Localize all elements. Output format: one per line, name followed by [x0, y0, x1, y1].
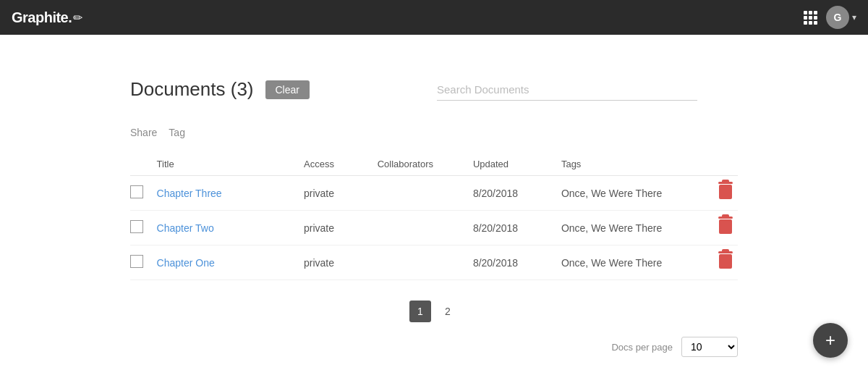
- document-link[interactable]: Chapter Three: [157, 188, 222, 199]
- row-updated-cell: 8/20/2018: [473, 176, 561, 211]
- page-1-button[interactable]: 1: [409, 301, 431, 322]
- pencil-icon: ✏: [73, 11, 82, 25]
- logo: Graphite. ✏: [12, 9, 82, 26]
- search-input[interactable]: [437, 79, 697, 101]
- grid-dot: [804, 16, 807, 20]
- row-title-cell: Chapter Two: [157, 211, 304, 245]
- row-tags-cell: Once, We Were There: [561, 211, 708, 245]
- grid-dot: [814, 11, 817, 14]
- grid-dot: [809, 11, 812, 14]
- col-header-checkbox: [130, 153, 157, 176]
- row-access-cell: private: [304, 176, 378, 211]
- trash-icon: [719, 254, 732, 269]
- grid-apps-icon[interactable]: [804, 11, 817, 25]
- search-container: [437, 79, 738, 101]
- row-title-cell: Chapter One: [157, 245, 304, 280]
- row-delete-cell: [708, 245, 738, 280]
- tag-button[interactable]: Tag: [169, 124, 185, 141]
- pagination: 1 2: [130, 301, 738, 322]
- row-collaborators-cell: [378, 245, 473, 280]
- row-checkbox-cell: [130, 211, 157, 245]
- row-collaborators-cell: [378, 176, 473, 211]
- row-updated-cell: 8/20/2018: [473, 211, 561, 245]
- docs-per-page-row: Docs per page 10 25 50 100: [130, 337, 738, 357]
- docs-per-page-label: Docs per page: [611, 342, 673, 353]
- table-row: Chapter One private 8/20/2018 Once, We W…: [130, 245, 738, 280]
- avatar: G: [826, 6, 849, 29]
- grid-dot: [814, 21, 817, 25]
- row-checkbox[interactable]: [130, 185, 143, 198]
- table-row: Chapter Two private 8/20/2018 Once, We W…: [130, 211, 738, 245]
- page-2-button[interactable]: 2: [437, 301, 459, 322]
- row-tags-cell: Once, We Were There: [561, 176, 708, 211]
- row-title-cell: Chapter Three: [157, 176, 304, 211]
- delete-document-button[interactable]: [719, 254, 732, 271]
- create-document-button[interactable]: +: [813, 323, 848, 358]
- title-row: Documents (3) Clear: [130, 78, 738, 101]
- grid-dot: [804, 21, 807, 25]
- docs-per-page-select[interactable]: 10 25 50 100: [681, 337, 738, 357]
- col-header-tags: Tags: [561, 153, 708, 176]
- table-row: Chapter Three private 8/20/2018 Once, We…: [130, 176, 738, 211]
- row-checkbox[interactable]: [130, 255, 143, 268]
- toolbar: Share Tag: [130, 124, 738, 141]
- documents-table: Title Access Collaborators Updated Tags …: [130, 153, 738, 280]
- chevron-down-icon: ▾: [852, 12, 856, 22]
- share-button[interactable]: Share: [130, 124, 157, 141]
- header: Graphite. ✏ G ▾: [0, 0, 868, 35]
- col-header-collaborators: Collaborators: [378, 153, 473, 176]
- col-header-title: Title: [157, 153, 304, 176]
- trash-icon: [719, 185, 732, 199]
- page-title: Documents (3): [130, 78, 254, 101]
- grid-dot: [809, 16, 812, 20]
- row-checkbox[interactable]: [130, 220, 143, 233]
- table-header: Title Access Collaborators Updated Tags: [130, 153, 738, 176]
- main-content: Documents (3) Clear Share Tag Title Acce…: [0, 35, 868, 378]
- row-access-cell: private: [304, 211, 378, 245]
- document-link[interactable]: Chapter One: [157, 257, 215, 269]
- logo-text: Graphite.: [12, 9, 72, 26]
- row-updated-cell: 8/20/2018: [473, 245, 561, 280]
- row-delete-cell: [708, 211, 738, 245]
- trash-icon: [719, 219, 732, 234]
- row-delete-cell: [708, 176, 738, 211]
- grid-dot: [809, 21, 812, 25]
- row-checkbox-cell: [130, 245, 157, 280]
- col-header-delete: [708, 153, 738, 176]
- row-access-cell: private: [304, 245, 378, 280]
- delete-document-button[interactable]: [719, 185, 732, 201]
- delete-document-button[interactable]: [719, 219, 732, 236]
- header-right: G ▾: [804, 6, 856, 29]
- grid-dot: [814, 16, 817, 20]
- row-collaborators-cell: [378, 211, 473, 245]
- row-checkbox-cell: [130, 176, 157, 211]
- row-tags-cell: Once, We Were There: [561, 245, 708, 280]
- table-body: Chapter Three private 8/20/2018 Once, We…: [130, 176, 738, 280]
- document-link[interactable]: Chapter Two: [157, 222, 214, 234]
- grid-dot: [804, 11, 807, 14]
- avatar-dropdown[interactable]: G ▾: [826, 6, 856, 29]
- col-header-access: Access: [304, 153, 378, 176]
- clear-button[interactable]: Clear: [265, 80, 310, 99]
- col-header-updated: Updated: [473, 153, 561, 176]
